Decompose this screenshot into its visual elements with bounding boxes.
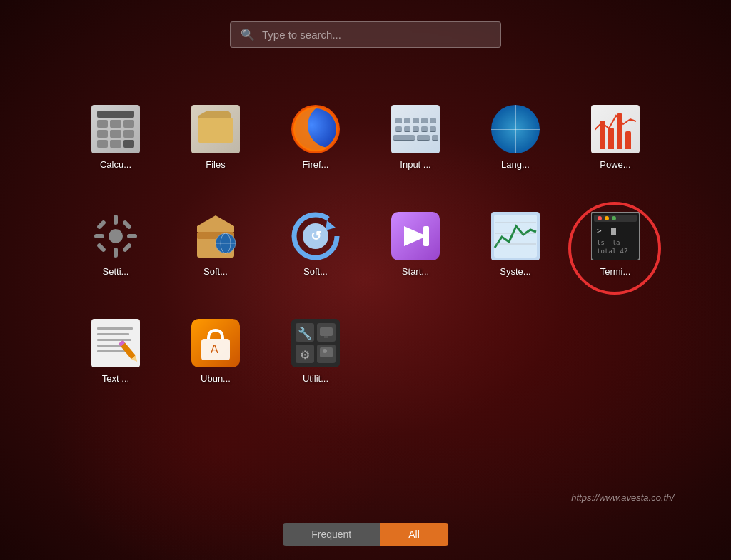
svg-rect-5: [96, 219, 106, 229]
app-item-firefox[interactable]: Firef...: [266, 83, 366, 190]
svg-marker-11: [197, 215, 234, 232]
svg-text:⚙: ⚙: [300, 349, 310, 361]
app-label-softupdate: Soft...: [303, 266, 328, 277]
app-icon-language: [491, 105, 540, 153]
app-label-texteditor: Text ...: [102, 373, 129, 384]
app-icon-sysmon: [491, 212, 540, 260]
svg-rect-6: [122, 219, 132, 229]
bottom-tabs: Frequent All: [283, 523, 448, 546]
app-label-language: Lang...: [501, 159, 530, 170]
svg-point-0: [109, 229, 123, 243]
app-item-files[interactable]: Files: [166, 83, 266, 190]
svg-rect-3: [94, 234, 104, 238]
app-label-calculator: Calcu...: [100, 159, 131, 170]
app-label-settings: Setti...: [103, 266, 129, 277]
svg-rect-24: [494, 215, 537, 258]
app-label-power: Powe...: [600, 159, 630, 170]
app-icon-ubuntu: A: [191, 319, 240, 367]
svg-rect-39: [97, 333, 129, 335]
svg-rect-4: [127, 234, 137, 238]
svg-text:A: A: [211, 343, 218, 355]
app-item-softcenter[interactable]: Soft...: [166, 190, 266, 297]
svg-point-32: [612, 216, 616, 220]
svg-rect-1: [114, 215, 118, 225]
app-container: 🔍 Calcu... Files: [0, 0, 731, 560]
app-item-language[interactable]: Lang...: [465, 83, 565, 190]
app-label-utilities: Utilit...: [303, 373, 328, 384]
app-item-input[interactable]: Input ...: [366, 83, 465, 190]
app-label-terminal: Termi...: [600, 266, 631, 277]
svg-marker-17: [326, 220, 336, 230]
app-icon-settings: [91, 212, 140, 260]
svg-rect-2: [114, 248, 118, 258]
tab-all[interactable]: All: [380, 523, 448, 546]
app-icon-files: [191, 105, 240, 153]
svg-text:>_: >_: [597, 226, 607, 235]
app-item-calculator[interactable]: Calcu...: [66, 83, 166, 190]
app-item-utilities[interactable]: 🔧 ⚙ Utilit...: [266, 297, 366, 404]
app-label-sysmon: Syste...: [500, 266, 530, 277]
app-label-ubuntu: Ubun...: [201, 373, 231, 384]
svg-rect-55: [320, 327, 333, 336]
svg-rect-42: [97, 350, 128, 352]
app-icon-calculator: [91, 105, 140, 153]
svg-rect-22: [423, 226, 429, 246]
app-item-texteditor[interactable]: Text ...: [66, 297, 166, 404]
watermark: https://www.avesta.co.th/: [571, 492, 674, 503]
app-item-power[interactable]: Powe...: [565, 83, 665, 190]
app-icon-texteditor: [91, 319, 140, 367]
app-label-firefox: Firef...: [303, 159, 329, 170]
svg-point-30: [598, 216, 602, 220]
svg-rect-8: [122, 242, 132, 252]
svg-rect-37: [91, 319, 140, 367]
app-label-input: Input ...: [400, 159, 430, 170]
app-icon-softcenter: [191, 212, 240, 260]
svg-rect-34: [611, 228, 616, 235]
app-icon-power: [591, 105, 640, 153]
app-icon-firefox: [291, 105, 340, 153]
search-icon: 🔍: [241, 28, 255, 41]
search-bar[interactable]: 🔍: [230, 21, 501, 48]
app-icon-startup: [391, 212, 440, 260]
svg-text:🔧: 🔧: [298, 327, 312, 340]
app-item-settings[interactable]: Setti...: [66, 190, 166, 297]
tab-frequent[interactable]: Frequent: [283, 523, 380, 546]
app-item-softupdate[interactable]: ↺ Soft...: [266, 190, 366, 297]
apps-grid: Calcu... Files Firef...: [66, 83, 665, 404]
search-input[interactable]: [262, 29, 490, 41]
app-label-softcenter: Soft...: [203, 266, 228, 277]
app-item-terminal[interactable]: >_ ls -la total 42 Termi...: [565, 190, 665, 297]
app-item-startup[interactable]: Start...: [366, 190, 465, 297]
app-icon-utilities: 🔧 ⚙: [291, 319, 340, 367]
svg-rect-40: [97, 339, 131, 341]
svg-text:ls -la: ls -la: [597, 239, 620, 246]
app-label-startup: Start...: [402, 266, 429, 277]
app-icon-terminal: >_ ls -la total 42: [591, 212, 640, 260]
svg-text:↺: ↺: [311, 229, 321, 243]
app-label-files: Files: [206, 159, 225, 170]
app-icon-input: [391, 105, 440, 153]
svg-text:total 42: total 42: [597, 248, 627, 255]
svg-point-59: [323, 349, 327, 353]
app-item-ubuntu[interactable]: A Ubun...: [166, 297, 266, 404]
svg-point-31: [605, 216, 609, 220]
svg-rect-38: [97, 327, 133, 330]
svg-rect-56: [324, 336, 328, 338]
svg-rect-7: [96, 242, 106, 252]
app-item-sysmon[interactable]: Syste...: [465, 190, 565, 297]
app-icon-softupdate: ↺: [291, 212, 340, 260]
